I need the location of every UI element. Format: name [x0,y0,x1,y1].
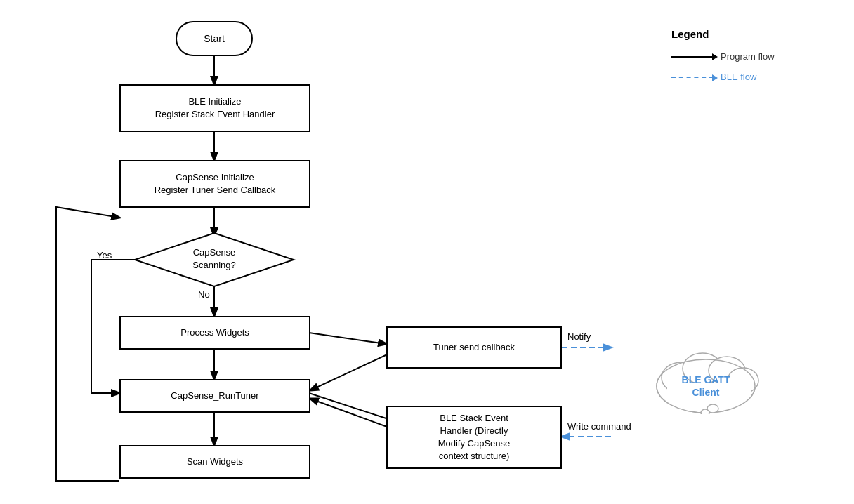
ble-stack-event-node: BLE Stack Event Handler (Directly Modify… [386,406,562,469]
legend: Legend Program flow BLE flow [671,28,812,92]
svg-line-6 [309,333,386,344]
start-node: Start [176,21,253,56]
process-widgets-node: Process Widgets [119,316,310,350]
svg-text:BLE GATT: BLE GATT [682,374,730,385]
svg-line-9 [310,399,395,430]
start-label: Start [204,33,225,44]
svg-text:Client: Client [692,387,720,398]
scan-widgets-node: Scan Widgets [119,445,310,479]
capsense-init-node: CapSense Initialize Register Tuner Send … [119,160,310,208]
svg-line-7 [309,393,395,421]
yes-label: Yes [97,250,112,260]
scan-widgets-label: Scan Widgets [187,456,243,468]
legend-program-flow: Program flow [671,51,812,62]
svg-text:Scanning?: Scanning? [192,260,235,270]
capsense-runtuner-node: CapSense_RunTuner [119,379,310,413]
program-flow-label: Program flow [721,51,775,62]
capsense-init-label: CapSense Initialize Register Tuner Send … [155,171,276,197]
svg-line-8 [310,351,395,390]
capsense-runtuner-label: CapSense_RunTuner [171,390,258,402]
svg-point-23 [701,409,709,414]
notify-label: Notify [567,331,591,342]
ble-stack-event-label: BLE Stack Event Handler (Directly Modify… [438,412,511,463]
program-flow-line [671,56,714,58]
legend-title: Legend [671,28,812,40]
diamond-svg: CapSense Scanning? [133,232,302,288]
flowchart: Start BLE Initialize Register Stack Even… [0,0,854,504]
svg-text:CapSense: CapSense [193,247,236,258]
process-widgets-label: Process Widgets [180,326,249,339]
tuner-send-callback-node: Tuner send callback [386,326,562,369]
legend-ble-flow: BLE flow [671,72,812,82]
write-command-label: Write command [567,421,631,432]
ble-gatt-cloud-svg: BLE GATT Client [646,323,766,414]
ble-flow-line [671,77,714,78]
ble-init-node: BLE Initialize Register Stack Event Hand… [119,84,310,132]
tuner-send-callback-label: Tuner send callback [433,341,515,354]
ble-flow-label: BLE flow [721,72,756,82]
no-label: No [198,289,210,300]
ble-init-label: BLE Initialize Register Stack Event Hand… [155,95,275,121]
